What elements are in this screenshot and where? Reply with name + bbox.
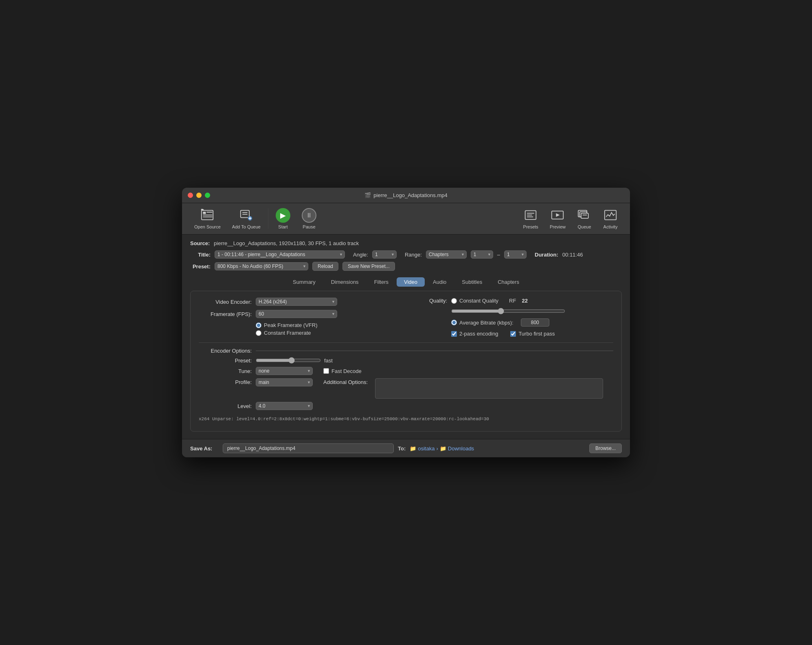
folder-icon-downloads: 📁 — [440, 445, 446, 452]
browse-button[interactable]: Browse... — [589, 443, 622, 453]
activity-icon — [603, 208, 618, 223]
save-as-input[interactable] — [223, 443, 394, 453]
preview-button[interactable]: Preview — [544, 206, 571, 231]
start-button[interactable]: ▶ Start — [270, 206, 296, 231]
encoder-select[interactable]: H.264 (x264) — [256, 298, 337, 306]
main-window: 🎬 pierre__Logo_Adaptations.mp4 Open Sour… — [182, 188, 630, 457]
level-select[interactable]: 4.0 — [256, 402, 313, 410]
tab-video[interactable]: Video — [397, 277, 425, 287]
preset-speed-slider[interactable] — [256, 357, 321, 364]
preset-row: Preset: 800 Kbps - No Audio (60 FPS) Rel… — [190, 262, 622, 271]
tab-filters[interactable]: Filters — [367, 277, 396, 287]
file-icon: 🎬 — [364, 192, 371, 198]
svg-rect-2 — [207, 212, 213, 213]
svg-rect-3 — [203, 215, 213, 215]
additional-options-input[interactable] — [375, 378, 603, 399]
pause-button[interactable]: ⏸ Pause — [296, 206, 322, 231]
tab-dimensions[interactable]: Dimensions — [324, 277, 366, 287]
tab-summary[interactable]: Summary — [285, 277, 323, 287]
angle-select[interactable]: 1 — [372, 250, 397, 259]
tune-select-wrap: none — [256, 367, 313, 375]
framerate-options-row: Peak Framerate (VFR) Constant Framerate — [199, 322, 394, 336]
range-select[interactable]: Chapters — [426, 250, 467, 259]
fps-select-wrap: 60 — [256, 310, 337, 318]
two-pass-option[interactable]: 2-pass encoding — [451, 331, 498, 337]
video-left-col: Video Encoder: H.264 (x264) Framerate (F… — [199, 298, 394, 341]
toolbar: Open Source Add To Queue — [182, 203, 630, 235]
svg-rect-4 — [203, 217, 213, 217]
profile-select[interactable]: main — [256, 378, 313, 386]
fullscreen-button[interactable] — [205, 193, 210, 198]
chapter-end-select[interactable]: 1 — [504, 250, 527, 259]
constant-framerate-option[interactable]: Constant Framerate — [256, 330, 317, 336]
presets-icon — [523, 208, 538, 223]
traffic-lights — [188, 193, 210, 198]
tune-select[interactable]: none — [256, 367, 313, 375]
bottom-bar: Save As: To: 📁 ositaka › 📁 Downloads Bro… — [182, 439, 630, 457]
encoder-row: Video Encoder: H.264 (x264) — [199, 298, 394, 306]
peak-framerate-radio[interactable] — [256, 322, 261, 328]
angle-select-wrap: 1 — [372, 250, 397, 259]
titlebar: 🎬 pierre__Logo_Adaptations.mp4 — [182, 188, 630, 203]
play-circle-icon: ▶ — [276, 208, 290, 223]
avg-bitrate-radio[interactable] — [451, 320, 457, 325]
path-info: 📁 ositaka › 📁 Downloads — [410, 445, 474, 452]
rf-slider-row — [394, 308, 613, 314]
preset-slider-wrap: fast — [256, 357, 333, 364]
tab-subtitles[interactable]: Subtitles — [454, 277, 489, 287]
eo-tune-row: Tune: none Fast Decode — [199, 367, 613, 375]
add-to-queue-button[interactable]: Add To Queue — [226, 206, 266, 231]
eo-profile-row: Profile: main Additional Options: — [199, 378, 613, 399]
folder-icon-user: 📁 — [410, 445, 416, 452]
start-icon: ▶ — [276, 208, 290, 223]
reload-button[interactable]: Reload — [312, 262, 338, 271]
eo-level-row: Level: 4.0 — [199, 402, 613, 410]
peak-framerate-option[interactable]: Peak Framerate (VFR) — [256, 322, 317, 328]
svg-marker-5 — [201, 209, 204, 211]
title-select-wrap: 1 - 00:11:46 - pierre__Logo_Adaptations — [215, 250, 345, 259]
chapter-start-select[interactable]: 1 — [471, 250, 493, 259]
framerate-options: Peak Framerate (VFR) Constant Framerate — [256, 322, 317, 336]
presets-button[interactable]: Presets — [518, 206, 544, 231]
turbo-checkbox[interactable] — [510, 331, 516, 337]
encoding-options-row: 2-pass encoding Turbo first pass — [394, 331, 613, 337]
constant-quality-radio[interactable] — [451, 298, 457, 304]
pause-icon: ⏸ — [302, 208, 316, 223]
two-pass-checkbox[interactable] — [451, 331, 457, 337]
encoder-options-section: Encoder Options: Preset: fast Tune: — [199, 342, 613, 425]
fps-select[interactable]: 60 — [256, 310, 337, 318]
open-source-button[interactable]: Open Source — [189, 206, 226, 231]
constant-framerate-radio[interactable] — [256, 330, 261, 336]
avg-bitrate-option[interactable]: Average Bitrate (kbps): — [451, 320, 514, 326]
chapter-end-wrap: 1 — [504, 250, 527, 259]
range-select-wrap: Chapters — [426, 250, 467, 259]
svg-rect-20 — [581, 213, 588, 218]
preset-select[interactable]: 800 Kbps - No Audio (60 FPS) — [215, 262, 308, 270]
title-row: Title: 1 - 00:11:46 - pierre__Logo_Adapt… — [190, 250, 622, 259]
minimize-button[interactable] — [196, 193, 202, 198]
activity-button[interactable]: Activity — [597, 206, 623, 231]
close-button[interactable] — [188, 193, 193, 198]
window-title: 🎬 pierre__Logo_Adaptations.mp4 — [364, 192, 447, 198]
chapter-start-wrap: 1 — [471, 250, 493, 259]
bitrate-input[interactable] — [521, 318, 549, 327]
constant-quality-option[interactable]: Constant Quality — [451, 298, 498, 304]
eo-preset-row: Preset: fast — [199, 357, 613, 364]
queue-button[interactable]: Queue — [571, 206, 597, 231]
tab-chapters[interactable]: Chapters — [490, 277, 527, 287]
profile-select-wrap: main — [256, 378, 313, 386]
title-select[interactable]: 1 - 00:11:46 - pierre__Logo_Adaptations — [215, 250, 345, 259]
tab-audio[interactable]: Audio — [426, 277, 454, 287]
video-right-col: Quality: Constant Quality RF 22 — [394, 298, 613, 341]
encoder-select-wrap: H.264 (x264) — [256, 298, 337, 306]
rf-slider[interactable] — [451, 308, 565, 314]
preset-select-wrap: 800 Kbps - No Audio (60 FPS) — [215, 262, 308, 270]
eo-divider — [256, 351, 613, 351]
fast-decode-checkbox[interactable] — [323, 368, 329, 374]
add-queue-icon — [239, 208, 254, 223]
save-preset-button[interactable]: Save New Preset... — [342, 262, 395, 271]
svg-rect-1 — [203, 212, 206, 214]
turbo-option[interactable]: Turbo first pass — [510, 331, 555, 337]
add-to-queue-group: Add To Queue — [226, 206, 266, 231]
fast-decode-option[interactable]: Fast Decode — [323, 368, 362, 374]
